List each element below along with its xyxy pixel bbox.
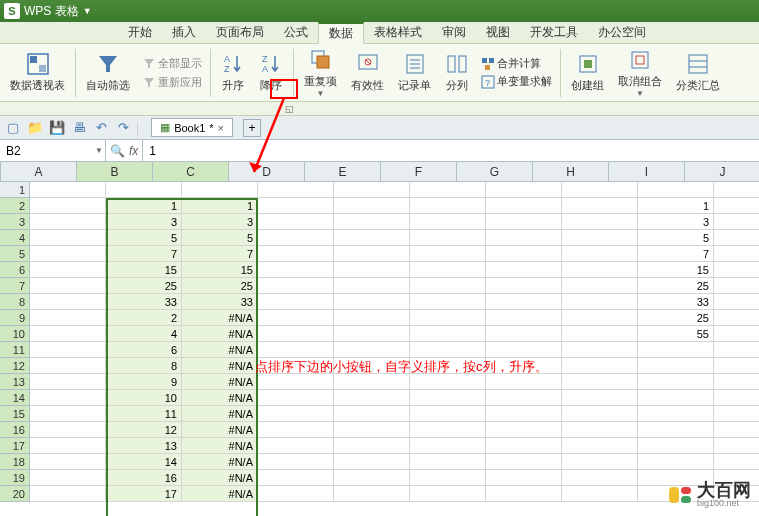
cell[interactable]: #N/A [182,390,258,406]
cell[interactable] [258,326,334,342]
cell[interactable] [410,310,486,326]
cell[interactable]: 5 [182,230,258,246]
cell[interactable] [638,374,714,390]
row-header[interactable]: 12 [0,358,30,374]
close-tab-icon[interactable]: × [218,122,224,134]
menu-tab-2[interactable]: 页面布局 [206,22,274,43]
cell[interactable] [638,390,714,406]
cell[interactable] [486,470,562,486]
cell[interactable] [714,406,759,422]
cell[interactable] [562,470,638,486]
cell[interactable] [334,214,410,230]
cell[interactable] [30,486,106,502]
cell[interactable] [562,230,638,246]
col-header-G[interactable]: G [457,162,533,182]
cell[interactable] [334,246,410,262]
cell[interactable] [562,438,638,454]
row-header[interactable]: 11 [0,342,30,358]
add-tab-button[interactable]: + [243,119,261,137]
cell[interactable] [714,358,759,374]
app-menu-dropdown-icon[interactable]: ▼ [83,6,92,16]
cell[interactable] [562,182,638,198]
cell[interactable] [30,358,106,374]
cell[interactable] [410,438,486,454]
cell[interactable] [258,198,334,214]
cell[interactable] [486,278,562,294]
row-header[interactable]: 13 [0,374,30,390]
cell[interactable]: 12 [106,422,182,438]
cell[interactable]: #N/A [182,326,258,342]
cell[interactable] [334,486,410,502]
cell[interactable]: 5 [106,230,182,246]
cell[interactable]: 4 [106,326,182,342]
cell[interactable]: 7 [638,246,714,262]
pivot-table-button[interactable]: 数据透视表 [4,47,71,99]
col-header-H[interactable]: H [533,162,609,182]
cell[interactable] [410,454,486,470]
ungroup-button[interactable]: 取消组合▼ [612,47,668,99]
cell[interactable] [714,294,759,310]
cell[interactable] [258,438,334,454]
cell[interactable] [562,262,638,278]
text-to-columns-button[interactable]: 分列 [439,47,475,99]
cell[interactable] [258,246,334,262]
row-header[interactable]: 8 [0,294,30,310]
cell[interactable]: 3 [638,214,714,230]
col-header-J[interactable]: J [685,162,759,182]
cell[interactable] [410,214,486,230]
col-header-D[interactable]: D [229,162,305,182]
row-header[interactable]: 2 [0,198,30,214]
cell[interactable] [30,438,106,454]
cell[interactable] [30,406,106,422]
menu-tab-3[interactable]: 公式 [274,22,318,43]
cell[interactable] [562,486,638,502]
cell[interactable] [334,390,410,406]
cell[interactable]: #N/A [182,470,258,486]
cell[interactable] [334,182,410,198]
cell[interactable] [258,470,334,486]
menu-tab-9[interactable]: 办公空间 [588,22,656,43]
cell[interactable] [258,342,334,358]
cell[interactable] [410,246,486,262]
cell[interactable]: #N/A [182,342,258,358]
cell[interactable] [30,310,106,326]
cell[interactable] [486,310,562,326]
cell[interactable] [30,470,106,486]
cell[interactable] [258,182,334,198]
cell[interactable]: 14 [106,454,182,470]
cell[interactable] [562,358,638,374]
validity-button[interactable]: 有效性 [345,47,390,99]
cell[interactable]: 1 [106,198,182,214]
cell[interactable] [410,470,486,486]
cell[interactable]: 25 [638,310,714,326]
cell[interactable] [638,342,714,358]
cell[interactable] [106,182,182,198]
cell[interactable] [562,278,638,294]
row-header[interactable]: 18 [0,454,30,470]
menu-tab-1[interactable]: 插入 [162,22,206,43]
cell[interactable] [30,230,106,246]
cell[interactable] [638,406,714,422]
cell[interactable] [258,390,334,406]
row-header[interactable]: 1 [0,182,30,198]
row-header[interactable]: 5 [0,246,30,262]
cell[interactable]: 15 [182,262,258,278]
fx-icon[interactable]: fx [129,144,138,158]
group-button[interactable]: 创建组 [565,47,610,99]
cell[interactable]: 1 [182,198,258,214]
cell[interactable] [714,230,759,246]
row-header[interactable]: 14 [0,390,30,406]
cell[interactable]: #N/A [182,422,258,438]
cell[interactable] [258,422,334,438]
row-header[interactable]: 15 [0,406,30,422]
cell[interactable] [562,310,638,326]
cell[interactable] [410,486,486,502]
cell[interactable] [30,198,106,214]
cell[interactable]: 3 [106,214,182,230]
cell[interactable]: 17 [106,486,182,502]
cell[interactable]: 25 [638,278,714,294]
cell[interactable] [714,262,759,278]
cell[interactable] [562,214,638,230]
cell[interactable] [334,262,410,278]
cell[interactable] [334,198,410,214]
